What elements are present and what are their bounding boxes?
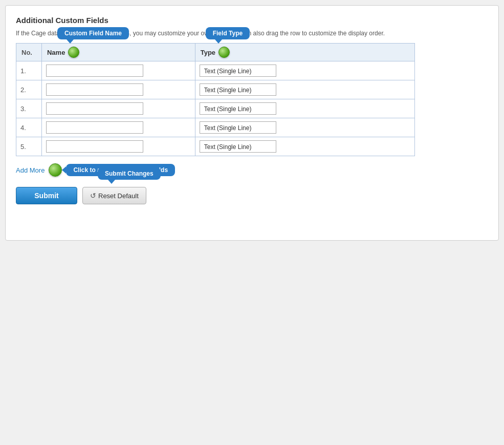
submit-changes-tooltip: Submit Changes xyxy=(98,167,161,180)
section-title: Additional Custom Fields xyxy=(16,16,488,25)
row-type-cell-1: Text (Single Line) xyxy=(195,61,414,80)
table-row: 2.Text (Single Line) xyxy=(16,80,415,99)
buttons-row: Submit ↺ Reset Default Submit Changes xyxy=(16,187,488,204)
name-input-3[interactable] xyxy=(46,102,143,115)
col-header-type: Type Field Type xyxy=(195,44,414,61)
custom-field-name-tooltip: Custom Field Name xyxy=(57,27,129,39)
col-header-no: No. xyxy=(16,44,42,61)
type-display-1[interactable]: Text (Single Line) xyxy=(200,65,276,77)
row-name-cell-2 xyxy=(41,80,195,99)
submit-button[interactable]: Submit xyxy=(16,187,77,204)
name-input-4[interactable] xyxy=(46,121,143,134)
table-row: 1.Text (Single Line) xyxy=(16,61,415,80)
table-row: 4.Text (Single Line) xyxy=(16,118,415,137)
reset-button[interactable]: ↺ Reset Default xyxy=(82,187,146,204)
row-type-cell-2: Text (Single Line) xyxy=(195,80,414,99)
add-more-indicator xyxy=(49,163,62,177)
add-more-row: Add More Click to add up to 20 more fiel… xyxy=(16,163,488,177)
row-name-cell-4 xyxy=(41,118,195,137)
type-display-2[interactable]: Text (Single Line) xyxy=(200,83,276,96)
row-no-3: 3. xyxy=(16,99,42,118)
name-col-indicator xyxy=(68,47,79,58)
col-header-name: Name Custom Field Name xyxy=(41,44,195,61)
type-display-4[interactable]: Text (Single Line) xyxy=(200,121,276,134)
name-input-5[interactable] xyxy=(46,140,143,153)
add-more-link[interactable]: Add More xyxy=(16,166,45,174)
row-type-cell-4: Text (Single Line) xyxy=(195,118,414,137)
main-container: Additional Custom Fields If the Cage dat… xyxy=(5,5,499,241)
type-display-3[interactable]: Text (Single Line) xyxy=(200,102,276,115)
custom-fields-table: No. Name Custom Field Name Type Field Ty… xyxy=(16,43,415,156)
row-no-2: 2. xyxy=(16,80,42,99)
row-no-5: 5. xyxy=(16,137,42,156)
row-no-1: 1. xyxy=(16,61,42,80)
field-type-tooltip: Field Type xyxy=(206,27,250,39)
reset-label: Reset Default xyxy=(98,192,139,200)
row-name-cell-1 xyxy=(41,61,195,80)
name-input-1[interactable] xyxy=(46,65,143,77)
row-type-cell-3: Text (Single Line) xyxy=(195,99,414,118)
table-header-row: No. Name Custom Field Name Type Field Ty… xyxy=(16,44,415,61)
type-display-5[interactable]: Text (Single Line) xyxy=(200,140,276,153)
table-row: 3.Text (Single Line) xyxy=(16,99,415,118)
row-no-4: 4. xyxy=(16,118,42,137)
row-type-cell-5: Text (Single Line) xyxy=(195,137,414,156)
table-row: 5.Text (Single Line) xyxy=(16,137,415,156)
row-name-cell-3 xyxy=(41,99,195,118)
reset-icon: ↺ xyxy=(90,192,96,200)
row-name-cell-5 xyxy=(41,137,195,156)
type-col-indicator xyxy=(218,47,230,58)
name-input-2[interactable] xyxy=(46,83,143,96)
